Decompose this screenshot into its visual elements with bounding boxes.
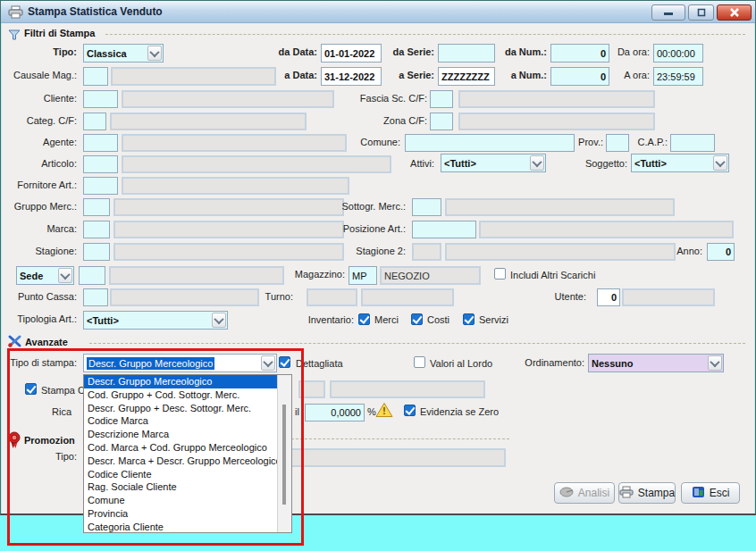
dropdown-item[interactable]: Codice Marca (84, 414, 291, 428)
sottogruppo-code-input[interactable] (412, 198, 441, 216)
cap-input[interactable] (670, 134, 715, 152)
posizione-desc-field (479, 221, 734, 238)
stagione-code-input[interactable] (83, 243, 110, 261)
dettagliata-checkbox[interactable] (279, 356, 290, 368)
sede-select[interactable]: Sede (16, 266, 74, 285)
il-label: il (295, 406, 299, 417)
prov-input[interactable] (606, 134, 629, 152)
restore-button[interactable] (688, 4, 714, 21)
attivi-label: Attivi: (393, 158, 434, 169)
dropdown-scrollbar[interactable] (277, 375, 291, 532)
articolo-code-input[interactable] (83, 155, 118, 173)
scrollbar-thumb[interactable] (282, 405, 286, 505)
zona-code-input[interactable] (430, 113, 453, 130)
utente-input[interactable]: 0 (597, 288, 620, 306)
dropdown-item[interactable]: Descrizione Marca (84, 428, 291, 441)
chevron-down-icon[interactable] (147, 46, 162, 61)
tipo-label: Tipo: (0, 46, 77, 57)
fascia-code-input[interactable] (430, 90, 453, 108)
causale-label: Causale Mag.: (0, 70, 77, 80)
dropdown-item[interactable]: Rag. Sociale Cliente (84, 480, 291, 494)
includi-scarichi-label: Includi Altri Scarichi (510, 270, 595, 280)
evidenzia-zero-checkbox[interactable] (404, 405, 416, 416)
prov-label: Prov.: (563, 137, 603, 147)
ricarico-label: Rica (52, 406, 71, 417)
dropdown-item[interactable]: Cod. Marca + Cod. Gruppo Merceologico (84, 441, 291, 455)
fascia-desc-field (458, 90, 655, 108)
inventario-label: Inventario: (295, 314, 354, 325)
chevron-down-icon[interactable] (530, 155, 544, 171)
attivi-select[interactable]: <Tutti> (441, 154, 546, 172)
categ-code-input[interactable] (83, 113, 106, 130)
minimize-button[interactable] (651, 4, 685, 21)
tipo-stampa-value: Descr. Gruppo Merceologico (87, 357, 214, 370)
sede-code-input[interactable] (79, 266, 105, 285)
esci-button[interactable]: Esci (681, 482, 740, 504)
includi-scarichi-checkbox[interactable] (494, 268, 506, 280)
dropdown-item[interactable]: Descr. Gruppo Merceologico (84, 375, 291, 388)
merci-checkbox[interactable] (358, 313, 370, 325)
chevron-down-icon[interactable] (212, 313, 226, 328)
attivi-value: <Tutti> (444, 158, 476, 169)
promo-tipo-label: Tipo: (0, 451, 77, 462)
punto-cassa-desc-field (110, 288, 259, 306)
servizi-checkbox[interactable] (463, 313, 475, 325)
chevron-down-icon[interactable] (713, 155, 727, 171)
punto-cassa-code-input[interactable] (83, 288, 108, 306)
valori-lordo-checkbox[interactable] (414, 356, 425, 368)
utente-desc-field (622, 288, 715, 306)
close-button[interactable] (717, 4, 752, 21)
dropdown-item[interactable]: Descr. Marca + Descr. Gruppo Merceologic… (84, 455, 291, 468)
fornitore-code-input[interactable] (83, 177, 118, 195)
causale-code-input[interactable] (83, 67, 108, 86)
turno-desc-field (361, 288, 454, 306)
da-ora-input[interactable]: 00:00:00 (653, 44, 703, 63)
da-data-label: da Data: (241, 46, 317, 57)
costi-checkbox[interactable] (411, 313, 423, 325)
sede-value: Sede (20, 271, 43, 281)
magazzino-code-input[interactable]: MP (349, 266, 377, 285)
tipo-select[interactable]: Classica (83, 44, 164, 63)
sottogruppo-label: Sottogr. Merc.: (338, 201, 406, 212)
stampa-button[interactable]: Stampa (618, 482, 676, 504)
dropdown-item[interactable]: Cod. Gruppo + Cod. Sottogr. Merc. (84, 388, 291, 402)
soggetto-select[interactable]: <Tutti> (631, 154, 729, 172)
ordinamento-select[interactable]: Nessuno (588, 354, 724, 372)
gruppo-code-input[interactable] (83, 198, 110, 216)
posizione-code-input[interactable] (412, 221, 476, 238)
pie-chart-icon (559, 487, 574, 500)
articolo-label: Articolo: (0, 158, 77, 169)
percentuale-input[interactable]: 0,0000 (305, 404, 365, 422)
dropdown-item[interactable]: Provincia (84, 507, 291, 521)
dropdown-item[interactable]: Categoria Cliente (84, 521, 291, 533)
chevron-down-icon[interactable] (708, 355, 722, 371)
magazzino-desc-field: NEGOZIO (380, 266, 481, 285)
agente-label: Agente: (0, 137, 77, 147)
dropdown-items: Descr. Gruppo MerceologicoCod. Gruppo + … (84, 375, 291, 533)
gruppo-label: Gruppo Merc.: (0, 201, 77, 212)
printer-icon (8, 5, 23, 22)
sottogruppo-desc-field (445, 198, 675, 216)
svg-text:!: ! (382, 406, 385, 416)
soggetto-label: Soggetto: (572, 158, 627, 169)
cliente-code-input[interactable] (83, 90, 118, 108)
anno-input[interactable]: 0 (707, 243, 735, 261)
tipologia-select[interactable]: <Tutti> (83, 311, 228, 330)
ordinamento-value: Nessuno (592, 358, 633, 369)
dropdown-item[interactable]: Codice Cliente (84, 468, 291, 481)
screen: Stampa Statistica Venduto Filtri di Stam… (0, 0, 756, 551)
dropdown-item[interactable]: Descr. Gruppo + Desc. Sottogr. Merc. (84, 402, 291, 415)
agente-code-input[interactable] (83, 134, 118, 152)
chevron-down-icon[interactable] (58, 268, 72, 283)
comune-input[interactable] (405, 134, 575, 152)
tipo-stampa-select[interactable]: Descr. Gruppo Merceologico (83, 354, 277, 372)
dropdown-item[interactable]: Comune (84, 494, 291, 507)
section-avanzate-header: Avanzate (25, 337, 68, 347)
divider (105, 34, 745, 35)
chevron-down-icon[interactable] (261, 355, 275, 371)
stampa-c-checkbox[interactable] (25, 383, 37, 395)
stampa-c-label: Stampa C (41, 385, 85, 396)
posizione-label: Posizione Art.: (338, 223, 406, 234)
marca-code-input[interactable] (83, 221, 110, 238)
a-ora-input[interactable]: 23:59:59 (653, 67, 703, 86)
